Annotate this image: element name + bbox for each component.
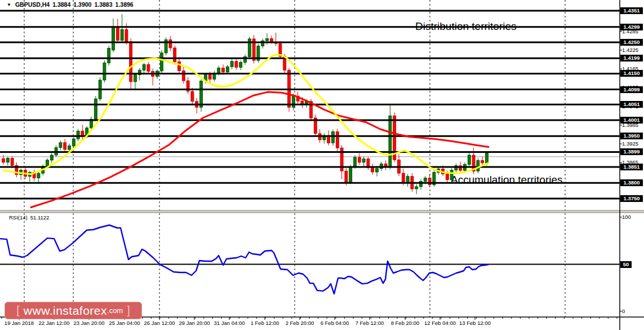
logo-bracket-right: ] bbox=[127, 304, 130, 317]
time-axis-label: 26 Jan 12:00 bbox=[144, 320, 175, 326]
price-level-badge: 1.3750 bbox=[620, 195, 643, 202]
time-axis-label: 7 Feb 12:00 bbox=[356, 320, 384, 326]
chart-annotations: Distribution territoriesAccumulation ter… bbox=[415, 20, 563, 186]
time-axis-label: 31 Jan 04:00 bbox=[214, 320, 245, 326]
time-axis-label: 13 Feb 12:00 bbox=[459, 320, 491, 326]
price-level-badge: 1.4250 bbox=[620, 39, 643, 46]
support-resistance-lines[interactable] bbox=[0, 11, 620, 199]
period-separators bbox=[24, 0, 565, 317]
instaforex-logo[interactable]: [ www.instaforex .com ] bbox=[5, 302, 142, 319]
price-level-badge: 1.3800 bbox=[620, 179, 643, 186]
price-tick-label: 1.4225 bbox=[622, 47, 638, 54]
time-axis-label: 23 Jan 20:00 bbox=[74, 320, 105, 326]
time-axis-label: 2 Feb 20:00 bbox=[286, 320, 314, 326]
time-axis-label: 8 Feb 20:00 bbox=[391, 320, 420, 326]
quote-high: 1.3900 bbox=[73, 1, 91, 8]
price-tick-label: 1.3925 bbox=[622, 140, 638, 147]
mt4-chart-window: Distribution territoriesAccumulation ter… bbox=[0, 0, 644, 330]
symbol-timeframe-label: GBPUSD,H4 bbox=[15, 1, 50, 8]
price-level-badge: 1.4099 bbox=[620, 86, 643, 93]
price-level-badge: 1.4001 bbox=[620, 117, 643, 124]
logo-bracket-left: [ bbox=[16, 304, 20, 317]
time-axis-label: 19 Jan 2018 bbox=[5, 320, 34, 326]
rsi-scale-100: 100 bbox=[622, 214, 631, 221]
price-level-badge: 1.4051 bbox=[620, 101, 643, 108]
price-level-badge: 1.4150 bbox=[620, 70, 643, 77]
time-axis-label: 12 Feb 04:00 bbox=[424, 320, 456, 326]
time-axis-label: 1 Feb 12:00 bbox=[251, 320, 279, 326]
rsi-line bbox=[0, 225, 488, 294]
quote-open: 1.3884 bbox=[52, 1, 70, 8]
ma-fast-line bbox=[3, 55, 488, 174]
logo-tld-text: .com bbox=[107, 306, 123, 315]
time-axis-label: 25 Jan 04:00 bbox=[109, 320, 140, 326]
rsi-name: RSI(14) bbox=[9, 214, 28, 221]
time-axis-label: 22 Jan 12:00 bbox=[39, 320, 70, 326]
price-level-badge: 1.3899 bbox=[620, 148, 643, 155]
rsi-indicator-label: RSI(14) 51.1122 bbox=[9, 214, 49, 221]
price-level-badge: 1.4199 bbox=[620, 55, 643, 61]
price-level-badge: 1.4351 bbox=[620, 7, 643, 14]
rsi-level-badge: 50 bbox=[620, 261, 632, 268]
price-level-badge: 1.4299 bbox=[620, 24, 643, 30]
quote-close: 1.3896 bbox=[116, 1, 134, 8]
rsi-value: 51.1122 bbox=[30, 214, 50, 221]
symbol-quote-bar: ▼ GBPUSD,H4 1.3884 1.3900 1.3883 1.3896 bbox=[7, 1, 134, 8]
dropdown-icon[interactable]: ▼ bbox=[7, 2, 11, 7]
rsi-scale-0: 0 bbox=[622, 308, 625, 315]
axis-tick-marks bbox=[2, 11, 622, 320]
time-axis-label: 29 Jan 20:00 bbox=[179, 320, 210, 326]
time-axis-label: 6 Feb 04:00 bbox=[321, 320, 349, 326]
price-level-badge: 1.3851 bbox=[620, 164, 643, 170]
ma-slow-line bbox=[31, 92, 488, 207]
pane-divider[interactable] bbox=[0, 210, 644, 213]
quote-low: 1.3883 bbox=[94, 1, 112, 8]
price-chart[interactable]: Distribution territoriesAccumulation ter… bbox=[0, 0, 644, 330]
price-level-badge: 1.3950 bbox=[620, 133, 643, 139]
logo-domain-text: www.instaforex bbox=[24, 304, 107, 318]
annotation-text: Accumulation territories bbox=[451, 174, 563, 186]
